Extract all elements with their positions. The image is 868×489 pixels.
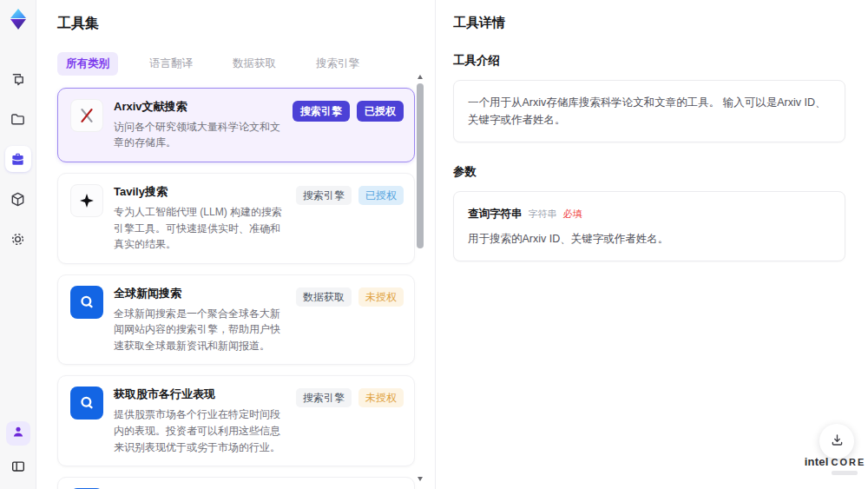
tool-description: 专为人工智能代理 (LLM) 构建的搜索引擎工具。可快速提供实时、准确和真实的结… xyxy=(114,204,286,253)
core-wordmark: CORE xyxy=(831,457,865,467)
folder-icon xyxy=(10,111,26,128)
tab-all-categories[interactable]: 所有类别 xyxy=(57,52,118,76)
sidebar-item-tools[interactable] xyxy=(5,146,31,172)
tool-tags: 搜索引擎 已授权 xyxy=(296,184,404,205)
tab-search-engine[interactable]: 搜索引擎 xyxy=(307,52,368,76)
tab-translation[interactable]: 语言翻译 xyxy=(141,52,201,76)
cube-icon xyxy=(10,191,26,208)
tavily-icon xyxy=(70,184,103,217)
tool-card[interactable]: 获取市场最活跃股票信息 提供当天交易量最高的股票列表。投资者可以利用这些信息来识… xyxy=(57,477,415,489)
tool-name: 全球新闻搜索 xyxy=(114,286,286,301)
sidebar-item-models[interactable] xyxy=(5,186,31,212)
tool-description: 全球新闻搜索是一个聚合全球各大新闻网站内容的搜索引擎，帮助用户快速获取全球最新资… xyxy=(114,306,286,354)
param-card: 查询字符串 字符串 必填 用于搜索的Arxiv ID、关键字或作者姓名。 xyxy=(453,191,845,261)
user-avatar[interactable] xyxy=(6,421,30,446)
tool-card[interactable]: 获取股市各行业表现 提供股票市场各个行业在特定时间段内的表现。投资者可以利用这些… xyxy=(57,375,415,466)
tab-data-fetch[interactable]: 数据获取 xyxy=(224,52,285,76)
category-tag: 搜索引擎 xyxy=(296,388,352,407)
panel-layout-icon xyxy=(10,459,26,478)
tool-name: Tavily搜索 xyxy=(114,184,286,200)
param-desc: 用于搜索的Arxiv ID、关键字或作者姓名。 xyxy=(468,230,831,248)
auth-badge: 已授权 xyxy=(357,101,404,122)
tool-name: 获取股市各行业表现 xyxy=(114,387,286,402)
category-tag: 数据获取 xyxy=(296,287,352,307)
param-head: 查询字符串 字符串 必填 xyxy=(468,205,831,222)
tool-description: 访问各个研究领域大量科学论文和文章的存储库。 xyxy=(114,119,282,151)
tool-card[interactable]: 全球新闻搜索 全球新闻搜索是一个聚合全球各大新闻网站内容的搜索引擎，帮助用户快速… xyxy=(57,274,415,366)
category-tabs: 所有类别 语言翻译 数据获取 搜索引擎 xyxy=(57,52,414,76)
sidebar-item-files[interactable] xyxy=(5,106,31,132)
sidebar xyxy=(0,0,36,489)
collapse-sidebar-button[interactable] xyxy=(6,456,30,480)
intro-heading: 工具介绍 xyxy=(453,53,845,69)
arxiv-icon xyxy=(70,99,103,132)
param-type: 字符串 xyxy=(529,207,557,222)
category-tag: 搜索引擎 xyxy=(296,186,352,205)
param-name: 查询字符串 xyxy=(468,205,523,222)
chat-icon xyxy=(10,71,26,88)
tool-name: Arxiv文献搜索 xyxy=(114,99,282,115)
intel-core-logo: intelCORE xyxy=(802,453,868,475)
tool-tags: 数据获取 未授权 xyxy=(296,286,404,307)
intel-logo-subline xyxy=(832,471,858,475)
list-scrollbar[interactable] xyxy=(416,73,424,483)
param-required-badge: 必填 xyxy=(563,207,582,222)
sidebar-item-chat[interactable] xyxy=(5,66,31,92)
scrollbar-thumb[interactable] xyxy=(417,83,424,248)
tool-card[interactable]: Tavily搜索 专为人工智能代理 (LLM) 构建的搜索引擎工具。可快速提供实… xyxy=(57,173,415,264)
app-logo-icon xyxy=(6,7,30,31)
tool-list: Arxiv文献搜索 访问各个研究领域大量科学论文和文章的存储库。 搜索引擎 已授… xyxy=(57,88,415,489)
category-tag: 搜索引擎 xyxy=(293,101,350,122)
toolset-panel: 工具集 所有类别 语言翻译 数据获取 搜索引擎 Arxiv文献搜索 访问各个研究… xyxy=(36,0,435,489)
qnews-icon xyxy=(70,387,103,420)
auth-badge: 未授权 xyxy=(358,287,404,307)
app-window: 工具集 所有类别 语言翻译 数据获取 搜索引擎 Arxiv文献搜索 访问各个研究… xyxy=(0,0,868,489)
download-icon xyxy=(830,433,845,451)
briefcase-icon xyxy=(10,151,26,168)
qnews-icon xyxy=(70,286,103,319)
tool-card[interactable]: Arxiv文献搜索 访问各个研究领域大量科学论文和文章的存储库。 搜索引擎 已授… xyxy=(57,88,415,162)
auth-badge: 已授权 xyxy=(358,186,404,205)
tool-intro-text: 一个用于从Arxiv存储库搜索科学论文和文章的工具。 输入可以是Arxiv ID… xyxy=(453,80,845,142)
scroll-up-icon[interactable] xyxy=(418,75,423,79)
sidebar-item-settings[interactable] xyxy=(5,226,31,252)
person-icon xyxy=(11,425,25,442)
sidebar-bottom xyxy=(6,421,30,489)
tool-tags: 搜索引擎 未授权 xyxy=(296,387,404,407)
gear-icon xyxy=(10,231,26,248)
tool-description: 提供股票市场各个行业在特定时间段内的表现。投资者可以利用这些信息来识别表现优于或… xyxy=(114,406,286,455)
auth-badge: 未授权 xyxy=(358,388,404,407)
page-title: 工具集 xyxy=(57,15,414,33)
scroll-down-icon[interactable] xyxy=(418,477,423,481)
tool-tags: 搜索引擎 已授权 xyxy=(293,99,404,122)
tool-detail-panel: 工具详情 工具介绍 一个用于从Arxiv存储库搜索科学论文和文章的工具。 输入可… xyxy=(435,0,868,489)
intel-wordmark: intel xyxy=(805,455,829,468)
params-heading: 参数 xyxy=(453,164,845,180)
detail-title: 工具详情 xyxy=(453,15,845,31)
